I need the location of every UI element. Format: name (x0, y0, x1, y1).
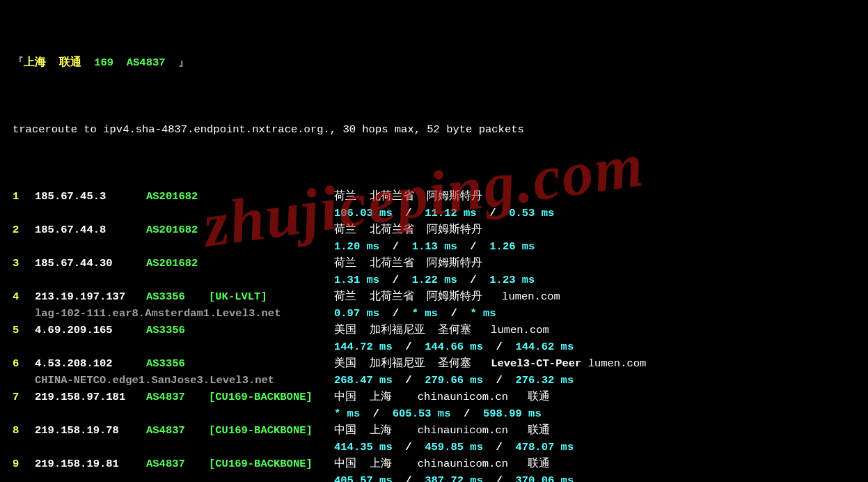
hop-row: 9219.158.19.81AS4837[CU169-BACKBONE]中国 上… (13, 456, 861, 472)
latency-sep: / (393, 341, 425, 353)
hop-row: 54.69.209.165AS3356美国 加利福尼亚 圣何塞 lumen.co… (13, 322, 861, 339)
latency-value: 1.13 ms (412, 240, 457, 253)
hop-latency: 1.31 ms / 1.22 ms / 1.23 ms (334, 272, 535, 288)
hop-asn: AS4837 (146, 389, 209, 405)
hop-ip: 185.67.45.3 (35, 188, 146, 205)
traceroute-command: traceroute to ipv4.sha-4837.endpoint.nxt… (13, 121, 861, 138)
latency-value: 605.53 ms (393, 407, 451, 420)
hop-ip: 213.19.197.137 (35, 288, 146, 305)
latency-sep: / (483, 441, 516, 453)
latency-sep: / (483, 341, 516, 353)
hop-number: 9 (13, 456, 35, 472)
hop-as-tag: [UK-LVLT] (209, 288, 334, 305)
hop-location: 中国 上海 chinaunicom.cn 联通 (334, 456, 550, 472)
latency-value: * ms (470, 307, 496, 320)
latency-sep: / (360, 407, 393, 420)
latency-sep: / (379, 240, 412, 253)
hop-number: 3 (13, 255, 35, 272)
route-header: 『上海 联通 169 AS4837 』 (13, 54, 861, 71)
latency-sep: / (393, 374, 425, 387)
hop-detail-row: 106.03 ms / 11.12 ms / 0.53 ms (13, 205, 861, 221)
latency-value: 405.57 ms (334, 474, 393, 482)
hop-number: 6 (13, 355, 35, 372)
latency-value: 268.47 ms (334, 374, 393, 387)
latency-value: 1.20 ms (334, 240, 379, 253)
latency-sep: / (393, 441, 425, 453)
hop-location: 中国 上海 chinaunicom.cn 联通 (334, 422, 550, 439)
hop-number: 7 (13, 389, 35, 405)
hop-ip: 185.67.44.8 (35, 221, 146, 238)
hop-asn: AS3356 (146, 322, 209, 339)
hop-latency: * ms / 605.53 ms / 598.99 ms (334, 405, 542, 422)
hop-detail-row: CHINA-NETCO.edge1.SanJose3.Level3.net268… (13, 372, 861, 389)
latency-sep: / (393, 474, 425, 482)
hop-asn: AS201682 (146, 255, 209, 272)
latency-sep: / (457, 240, 490, 253)
hop-asn: AS201682 (146, 221, 209, 238)
latency-sep: / (438, 307, 471, 320)
hop-location: 中国 上海 chinaunicom.cn 联通 (334, 389, 550, 405)
latency-sep: / (379, 274, 412, 286)
latency-value: 144.72 ms (334, 341, 393, 353)
hop-row: 7219.158.97.181AS4837[CU169-BACKBONE]中国 … (13, 389, 861, 405)
latency-sep: / (477, 207, 510, 219)
latency-value: 478.07 ms (515, 441, 574, 453)
hop-detail-row: 1.20 ms / 1.13 ms / 1.26 ms (13, 238, 861, 255)
latency-value: 459.85 ms (425, 441, 483, 453)
latency-value: 1.22 ms (412, 274, 457, 286)
hop-number: 8 (13, 422, 35, 439)
latency-value: 1.26 ms (489, 240, 535, 253)
latency-value: 276.32 ms (515, 374, 574, 387)
hop-row: 3185.67.44.30AS201682荷兰 北荷兰省 阿姆斯特丹 (13, 255, 861, 272)
latency-value: 0.53 ms (509, 207, 554, 219)
latency-value: 11.12 ms (425, 207, 476, 219)
hop-number: 2 (13, 221, 35, 238)
hop-location: 荷兰 北荷兰省 阿姆斯特丹 lumen.com (334, 288, 560, 305)
latency-value: 387.72 ms (425, 474, 483, 482)
latency-value: 144.62 ms (515, 341, 574, 353)
hop-asn: AS3356 (146, 355, 209, 372)
hop-ip: 219.158.19.78 (35, 422, 146, 439)
latency-value: 598.99 ms (483, 407, 542, 420)
hop-number: 4 (13, 288, 35, 305)
bracket-close: 』 (178, 56, 189, 69)
latency-sep: / (483, 474, 516, 482)
hop-asn: AS4837 (146, 422, 209, 439)
hop-location: 美国 加利福尼亚 圣何塞 lumen.com (334, 322, 549, 339)
hop-list: 1185.67.45.3AS201682荷兰 北荷兰省 阿姆斯特丹106.03 … (13, 188, 861, 482)
hop-as-tag: [CU169-BACKBONE] (209, 389, 334, 405)
latency-sep: / (483, 374, 516, 387)
hop-detail-row: lag-102-111.ear8.Amsterdam1.Level3.net0.… (13, 305, 861, 322)
hop-latency: 106.03 ms / 11.12 ms / 0.53 ms (334, 205, 554, 221)
hop-asn: AS4837 (146, 456, 209, 472)
hop-latency: 0.97 ms / * ms / * ms (334, 307, 496, 320)
hop-row: 8219.158.19.78AS4837[CU169-BACKBONE]中国 上… (13, 422, 861, 439)
latency-value: 370.06 ms (515, 474, 574, 482)
bracket-open: 『 (13, 56, 24, 69)
latency-value: 414.35 ms (334, 441, 393, 453)
hop-detail-row: 144.72 ms / 144.66 ms / 144.62 ms (13, 339, 861, 355)
latency-sep: / (379, 307, 412, 320)
latency-value: 279.66 ms (425, 374, 483, 387)
hop-ip: 4.69.209.165 (35, 322, 146, 339)
hop-latency: 1.20 ms / 1.13 ms / 1.26 ms (334, 238, 535, 255)
hop-as-tag: [CU169-BACKBONE] (209, 456, 334, 472)
latency-value: 106.03 ms (334, 207, 393, 219)
hop-hostname: CHINA-NETCO.edge1.SanJose3.Level3.net (13, 372, 334, 389)
hop-ip: 219.158.97.181 (35, 389, 146, 405)
hop-row: 2185.67.44.8AS201682荷兰 北荷兰省 阿姆斯特丹 (13, 221, 861, 238)
latency-value: 1.31 ms (334, 274, 379, 286)
latency-sep: / (393, 207, 425, 219)
hop-latency: 144.72 ms / 144.66 ms / 144.62 ms (334, 339, 574, 355)
hop-number: 1 (13, 188, 35, 205)
hop-ip: 4.53.208.102 (35, 355, 146, 372)
hop-location: 荷兰 北荷兰省 阿姆斯特丹 (334, 221, 482, 238)
latency-sep: / (457, 274, 490, 286)
latency-sep: / (450, 407, 483, 420)
latency-value: 144.66 ms (425, 341, 483, 353)
hop-row: 1185.67.45.3AS201682荷兰 北荷兰省 阿姆斯特丹 (13, 188, 861, 205)
route-asn: 169 AS4837 (94, 56, 178, 69)
hop-row: 64.53.208.102AS3356美国 加利福尼亚 圣何塞 Level3-C… (13, 355, 861, 372)
hop-hostname: lag-102-111.ear8.Amsterdam1.Level3.net (13, 305, 334, 322)
terminal-output: 『上海 联通 169 AS4837 』 traceroute to ipv4.s… (0, 0, 868, 482)
